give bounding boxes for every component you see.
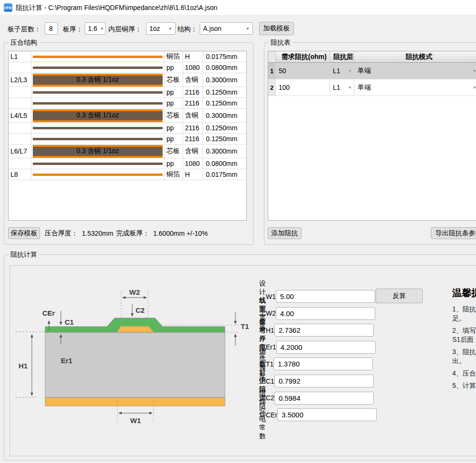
tip-item: 1、阻抗足。 [452,305,476,323]
stackup-thickness: 0.0175mm [203,51,246,62]
export-impedance-button[interactable]: 导出阻抗条参数 [431,227,476,239]
bottom-copper-shape [45,397,225,406]
structure-value: A.json [203,25,222,32]
stackup-row[interactable]: L6/L7 0.3 含铜 1/1oz 芯板 含铜 0.3000mm [9,145,246,158]
stackup-row[interactable]: pp 2116 0.1250mm [9,87,246,98]
stackup-layer-graphic [31,134,164,144]
impedance-value-cell[interactable]: 100 [276,79,330,96]
reverse-calc-button[interactable]: 反算 [376,289,423,303]
impedance-calculator-window: DFM 阻抗计算 - C:\Program Files\HQDFM\impeda… [0,0,476,463]
stackup-row[interactable]: L2/L3 0.3 含铜 1/1oz 芯板 含铜 0.3000mm [9,73,246,87]
calc-field-row: 阻焊介电常数 CEr [259,408,372,421]
pressed-thickness-value: 1.5320mm [82,230,113,237]
structure-label: 结构： [177,25,197,34]
impedance-value-cell[interactable]: 50 [276,63,330,79]
inner-copper-select[interactable]: 1oz ▼ [146,22,175,35]
stackup-row[interactable]: L8 铜箔 H 0.0175mm [9,169,246,180]
stackup-material-type: 铜箔 [164,51,183,62]
dropdown-arrow-icon[interactable]: ▼ [473,86,476,90]
dropdown-arrow-icon[interactable]: ▼ [348,69,354,73]
stackup-thickness: 0.3000mm [203,109,246,122]
impedance-row[interactable]: 1 50 L1▼ 单端▼ [268,63,476,79]
copper-trace-shape [117,326,154,332]
field-symbol: Er1 [266,343,276,351]
stackup-thickness: 0.0175mm [203,169,246,180]
row-number-cell[interactable]: 2 [268,79,276,96]
structure-select[interactable]: A.json ▼ [200,22,253,35]
stackup-layer-name: L2/L3 [9,73,31,87]
stackup-material-type: pp [164,123,183,133]
load-template-button[interactable]: 加载模板 [259,22,294,35]
stackup-material-type: 铜箔 [164,169,183,180]
stackup-thickness: 0.1250mm [203,123,246,133]
stackup-thickness: 0.1250mm [203,134,246,144]
stackup-material-type: pp [164,87,183,97]
stackup-row[interactable]: pp 2116 0.1250mm [9,134,246,145]
calc-field-row: 设计线宽 W1 [259,290,372,303]
tip-item: 2、填写S1后面 [452,326,476,344]
impedance-table: 需求阻抗(ohm) 阻抗层 阻抗模式 1 50 L1▼ 单端▼ 2 100 L1… [268,51,476,221]
stackup-layer-name [9,123,31,133]
impedance-layer-cell[interactable]: L1▼ [330,79,354,96]
stackup-material-type: pp [164,98,183,108]
stackup-row[interactable]: pp 1080 0.0800mm [9,62,246,73]
stackup-row[interactable]: L4/L5 0.3 含铜 1/1oz 芯板 含铜 0.3000mm [9,109,246,123]
stackup-layer-graphic: 0.3 含铜 1/1oz [31,109,164,122]
row-number-cell[interactable]: 1 [268,63,276,79]
dropdown-arrow-icon[interactable]: ▼ [348,86,354,90]
er1-dim-label: Er1 [61,357,72,365]
impedance-header[interactable]: 需求阻抗(ohm) [276,51,330,62]
board-layers-input[interactable] [45,22,58,35]
field-input[interactable] [276,290,375,303]
save-template-button[interactable]: 保存模板 [8,227,40,239]
calc-panel: W2 C2 CEr C1 T1 [10,265,476,456]
stackup-row[interactable]: L1 铜箔 H 0.0175mm [9,51,246,62]
stackup-group-title: 压合结构 [9,39,39,47]
impedance-layer-cell[interactable]: L1▼ [330,63,354,79]
board-thickness-label: 板厚： [63,25,83,34]
stackup-material-type: pp [164,158,183,169]
tips-panel: 温馨提示 1、阻抗足。2、填写S1后面3、阻抗出。4、压合5、计算 [452,287,476,394]
impedance-mode-cell[interactable]: 单端▼ [354,63,476,79]
tips-title: 温馨提示 [452,287,476,299]
field-symbol: CEr [266,411,277,419]
field-input[interactable] [273,357,373,370]
w1-dim-label: W1 [130,416,141,424]
field-symbol: C1 [266,377,274,385]
field-symbol: T1 [266,360,273,368]
stackup-thickness: 0.3000mm [203,73,246,87]
field-input[interactable] [276,307,375,320]
stackup-material-spec: 2116 [183,87,203,97]
layer-bar [33,127,163,129]
stackup-material-spec: 2116 [183,123,203,133]
calc-field-row: 板材介电常数1 Er1 [259,341,372,354]
board-layers-label: 板子层数： [8,25,41,34]
chevron-down-icon: ▼ [97,27,104,31]
dropdown-arrow-icon[interactable]: ▼ [473,69,476,73]
impedance-calc-group: 阻抗计算 W2 [4,254,476,461]
stackup-layer-name [9,62,31,73]
stackup-row[interactable]: pp 2116 0.1250mm [9,123,246,134]
field-input[interactable] [276,341,376,354]
layer-bar [33,67,163,69]
field-input[interactable] [274,324,374,337]
field-input[interactable] [274,392,374,405]
row-number-header[interactable] [268,51,276,62]
mode-header[interactable]: 阻抗模式 [354,51,476,62]
stackup-layer-name [9,134,31,144]
stackup-material-spec: H [183,169,203,180]
impedance-mode-cell[interactable]: 单端▼ [354,79,476,96]
stackup-row[interactable]: pp 1080 0.0800mm [9,158,246,169]
field-input[interactable] [274,375,374,387]
calc-field-row: 铜箔厚度 T1 [259,357,372,370]
board-thickness-select[interactable]: 1.6 ▼ [85,22,106,35]
stackup-row[interactable]: pp 2116 0.1250mm [9,98,246,109]
field-symbol: W2 [266,309,276,317]
field-input[interactable] [277,408,377,421]
layer-header[interactable]: 阻抗层 [330,51,354,62]
stackup-material-spec: 含铜 [183,109,203,122]
cer-dim-label: CEr [42,309,55,317]
impedance-row[interactable]: 2 100 L1▼ 单端▼ [268,79,476,96]
add-impedance-button[interactable]: 添加阻抗 [268,227,301,239]
layer-bar [33,163,163,165]
